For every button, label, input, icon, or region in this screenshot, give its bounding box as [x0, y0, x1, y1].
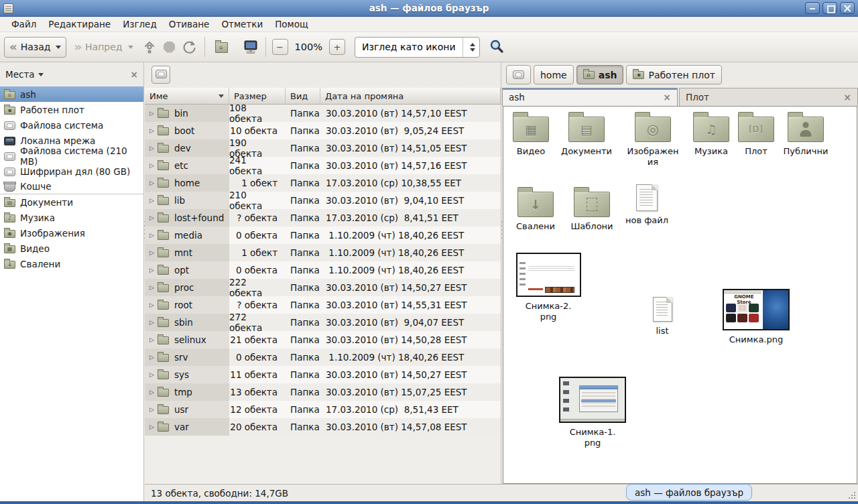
sidebar-item[interactable]: Видео — [0, 241, 143, 256]
folder-downloads[interactable]: Свалени — [513, 186, 558, 232]
file-snimka-png[interactable]: GNOME Store Снимка.png — [715, 289, 797, 345]
menu-item[interactable]: Помощ — [269, 17, 314, 31]
reload-button[interactable] — [181, 38, 198, 56]
expander-icon[interactable]: ▷ — [149, 267, 154, 273]
table-row[interactable]: ▷ tmp 13 обекта Папка 30.03.2010 (вт) 15… — [145, 383, 501, 401]
tab-close-icon[interactable]: × — [663, 92, 671, 103]
table-row[interactable]: ▷ selinux 21 обекта Папка 30.03.2010 (вт… — [145, 331, 501, 349]
stop-button[interactable] — [161, 38, 178, 56]
view-mode-select[interactable]: Изглед като икони — [355, 37, 480, 58]
table-row[interactable]: ▷ bin 108 обекта Папка 30.03.2010 (вт) 1… — [145, 105, 501, 122]
folder-desktop[interactable]: Плот — [738, 111, 774, 157]
expander-icon[interactable]: ▷ — [149, 389, 154, 395]
close-button[interactable] — [840, 2, 855, 14]
path-root-button[interactable] — [506, 65, 531, 84]
computer-button[interactable] — [242, 38, 259, 56]
expander-icon[interactable]: ▷ — [149, 406, 154, 413]
expander-icon[interactable]: ▷ — [149, 180, 154, 186]
root-drive-button[interactable] — [151, 66, 170, 84]
home-button[interactable] — [215, 38, 233, 56]
table-row[interactable]: ▷ root ? обекта Папка 30.03.2010 (вт) 14… — [145, 296, 501, 314]
forward-button[interactable]: » Напред — [69, 37, 137, 58]
folder-documents[interactable]: Документи — [560, 111, 613, 157]
file-list[interactable]: list — [641, 297, 683, 336]
table-row[interactable]: ▷ usr 12 обекта Папка 17.03.2010 (ср) 8,… — [145, 401, 501, 418]
table-row[interactable]: ▷ proc 222 обекта Папка 30.03.2010 (вт) … — [145, 279, 501, 296]
sidebar-item[interactable]: ash — [0, 86, 143, 102]
file-new-file[interactable]: нов файл — [624, 184, 670, 226]
expander-icon[interactable]: ▷ — [149, 371, 154, 378]
folder-video[interactable]: Видео — [509, 111, 553, 157]
table-row[interactable]: ▷ opt 0 обекта Папка 1.10.2009 (чт) 18,4… — [145, 261, 501, 279]
expander-icon[interactable]: ▷ — [149, 354, 154, 361]
menu-item[interactable]: Изглед — [117, 17, 163, 31]
maximize-button[interactable] — [822, 2, 837, 14]
up-button[interactable] — [141, 38, 158, 56]
expander-icon[interactable]: ▷ — [149, 110, 154, 117]
expander-icon[interactable]: ▷ — [149, 302, 154, 308]
table-row[interactable]: ▷ mnt 1 обект Папка 1.10.2009 (чт) 18,40… — [145, 244, 501, 261]
tab-close-icon[interactable]: × — [843, 92, 851, 103]
expander-icon[interactable]: ▷ — [149, 162, 154, 169]
table-row[interactable]: ▷ media 0 обекта Папка 1.10.2009 (чт) 18… — [145, 227, 501, 244]
expander-icon[interactable]: ▷ — [149, 319, 154, 326]
file-snimka-2-png[interactable]: GUADEC Снимка-2.png — [511, 253, 585, 323]
table-row[interactable]: ▷ srv 0 обекта Папка 1.10.2009 (чт) 18,4… — [145, 349, 501, 366]
folder-templates[interactable]: Шаблони — [569, 186, 615, 232]
expander-icon[interactable]: ▷ — [149, 336, 154, 343]
expander-icon[interactable]: ▷ — [149, 214, 154, 221]
back-button[interactable]: « Назад — [4, 37, 66, 58]
column-header-type[interactable]: Вид — [286, 88, 320, 105]
tab-plot[interactable]: Плот × — [679, 88, 858, 106]
path-ash-button[interactable]: ash — [576, 65, 624, 84]
search-button[interactable] — [488, 38, 505, 56]
table-row[interactable]: ▷ sbin 272 обекта Папка 30.03.2010 (вт) … — [145, 314, 501, 331]
column-header-size[interactable]: Размер — [229, 88, 286, 105]
folder-icon — [158, 127, 169, 135]
table-row[interactable]: ▷ home 1 обект Папка 17.03.2010 (ср) 10,… — [145, 174, 501, 192]
menu-item[interactable]: Файл — [5, 17, 42, 31]
column-header-date[interactable]: Дата на промяна — [320, 88, 501, 105]
sidebar-item[interactable]: Кошче — [0, 179, 143, 194]
zoom-out-button[interactable]: − — [272, 39, 288, 55]
sidebar-item[interactable]: Файлова система — [0, 117, 143, 133]
folder-images[interactable]: Изображения — [625, 111, 680, 168]
path-desktop-button[interactable]: Работен плот — [626, 65, 721, 84]
resize-grip[interactable] — [848, 491, 856, 499]
taskbar-window-chip[interactable]: ash — файлов браузър — [626, 484, 752, 501]
sidebar-close-button[interactable]: × — [130, 69, 138, 80]
menu-item[interactable]: Редактиране — [42, 17, 117, 31]
expander-icon[interactable]: ▷ — [149, 232, 154, 239]
folder-music[interactable]: Музика — [690, 111, 733, 157]
table-row[interactable]: ▷ var 20 обекта Папка 30.03.2010 (вт) 14… — [145, 418, 501, 436]
menu-item[interactable]: Отметки — [215, 17, 269, 31]
expander-icon[interactable]: ▷ — [149, 249, 154, 256]
table-row[interactable]: ▷ lib 210 обекта Папка 30.03.2010 (вт) 9… — [145, 192, 501, 209]
tab-ash[interactable]: ash × — [502, 88, 678, 106]
expander-icon[interactable]: ▷ — [149, 284, 154, 291]
folder-public[interactable]: Публични — [781, 111, 831, 157]
sidebar-item[interactable]: Изображения — [0, 225, 143, 241]
sidebar-item[interactable]: Музика — [0, 210, 143, 225]
column-header-name[interactable]: Име — [145, 88, 229, 105]
expander-icon[interactable]: ▷ — [149, 145, 154, 151]
sidebar-header-label[interactable]: Места — [5, 69, 35, 80]
file-snimka-1-png[interactable]: Снимка-1.png — [556, 377, 629, 449]
expander-icon[interactable]: ▷ — [149, 197, 154, 204]
expander-icon[interactable]: ▷ — [149, 127, 154, 134]
table-row[interactable]: ▷ lost+found ? обекта Папка 17.03.2010 (… — [145, 209, 501, 227]
sidebar-item[interactable]: Работен плот — [0, 102, 143, 117]
zoom-in-button[interactable]: + — [329, 39, 345, 55]
table-row[interactable]: ▷ boot 10 обекта Папка 30.03.2010 (вт) 9… — [145, 122, 501, 139]
table-row[interactable]: ▷ dev 190 обекта Папка 30.03.2010 (вт) 1… — [145, 139, 501, 157]
table-row[interactable]: ▷ sys 11 обекта Папка 30.03.2010 (вт) 14… — [145, 366, 501, 383]
expander-icon[interactable]: ▷ — [149, 424, 154, 430]
menu-item[interactable]: Отиване — [163, 17, 216, 31]
sidebar-item[interactable]: Свалени — [0, 256, 143, 271]
table-row[interactable]: ▷ etc 241 обекта Папка 30.03.2010 (вт) 1… — [145, 157, 501, 174]
minimize-button[interactable] — [805, 2, 820, 14]
path-home-button[interactable]: home — [534, 65, 574, 84]
sidebar-item[interactable]: Документи — [0, 194, 143, 210]
sidebar-item[interactable]: Шифриран дял (80 GB) — [0, 164, 143, 179]
sidebar-item[interactable]: Файлова система (210 MB) — [0, 148, 143, 164]
